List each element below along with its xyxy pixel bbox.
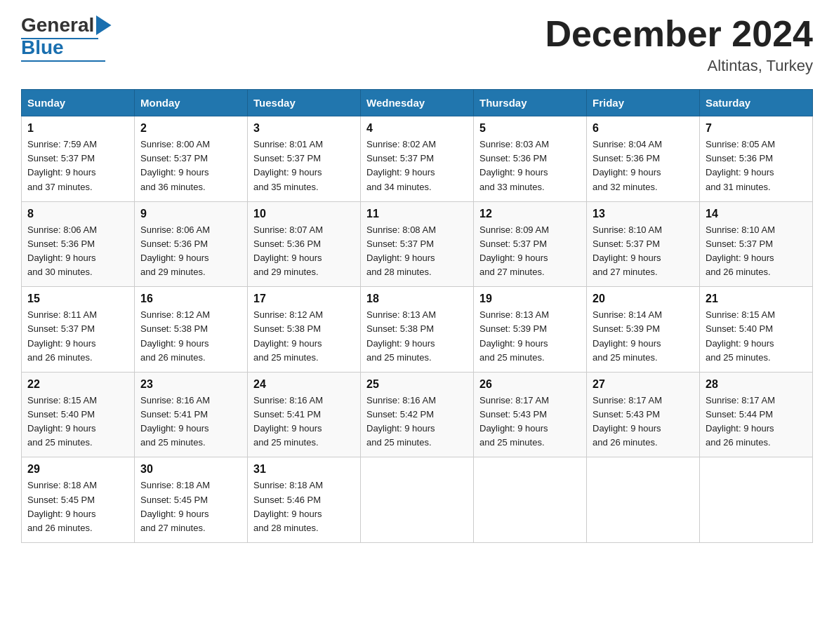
day-info: Sunrise: 8:10 AMSunset: 5:37 PMDaylight:… [593, 224, 662, 277]
day-number: 9 [140, 208, 241, 220]
header-sunday: Sunday [22, 90, 135, 116]
day-info: Sunrise: 8:01 AMSunset: 5:37 PMDaylight:… [253, 139, 323, 192]
svg-marker-0 [96, 15, 112, 35]
day-info: Sunrise: 8:16 AMSunset: 5:41 PMDaylight:… [140, 395, 210, 448]
day-info: Sunrise: 8:18 AMSunset: 5:46 PMDaylight:… [253, 480, 323, 532]
day-number: 10 [253, 208, 355, 220]
header-friday: Friday [587, 90, 700, 116]
day-number: 11 [366, 208, 468, 220]
header-thursday: Thursday [474, 90, 587, 116]
day-number: 30 [140, 463, 241, 476]
calendar-cell: 8 Sunrise: 8:06 AMSunset: 5:36 PMDayligh… [22, 201, 135, 287]
day-number: 17 [253, 293, 355, 305]
day-number: 25 [366, 378, 468, 391]
day-number: 3 [253, 122, 355, 135]
calendar-week-1: 1 Sunrise: 7:59 AMSunset: 5:37 PMDayligh… [22, 116, 813, 202]
calendar-cell: 22 Sunrise: 8:15 AMSunset: 5:40 PMDaylig… [22, 372, 135, 457]
day-number: 14 [706, 208, 807, 220]
logo-icon: General [21, 14, 117, 36]
calendar-cell [474, 457, 587, 543]
day-info: Sunrise: 8:13 AMSunset: 5:38 PMDaylight:… [366, 309, 436, 362]
day-number: 20 [593, 293, 694, 305]
day-info: Sunrise: 8:16 AMSunset: 5:41 PMDaylight:… [253, 395, 323, 448]
day-info: Sunrise: 8:10 AMSunset: 5:37 PMDaylight:… [706, 224, 775, 277]
day-info: Sunrise: 8:03 AMSunset: 5:36 PMDaylight:… [479, 139, 549, 192]
logo: General Blue [21, 14, 117, 62]
calendar-cell: 12 Sunrise: 8:09 AMSunset: 5:37 PMDaylig… [474, 201, 587, 287]
day-info: Sunrise: 8:15 AMSunset: 5:40 PMDaylight:… [27, 395, 97, 448]
day-info: Sunrise: 8:02 AMSunset: 5:37 PMDaylight:… [366, 139, 436, 192]
header-monday: Monday [135, 90, 248, 116]
day-info: Sunrise: 8:12 AMSunset: 5:38 PMDaylight:… [253, 309, 323, 362]
header-tuesday: Tuesday [248, 90, 361, 116]
day-info: Sunrise: 8:09 AMSunset: 5:37 PMDaylight:… [479, 224, 549, 277]
calendar-week-5: 29 Sunrise: 8:18 AMSunset: 5:45 PMDaylig… [22, 457, 813, 543]
calendar-cell: 1 Sunrise: 7:59 AMSunset: 5:37 PMDayligh… [22, 116, 135, 202]
calendar-cell: 19 Sunrise: 8:13 AMSunset: 5:39 PMDaylig… [474, 287, 587, 373]
day-number: 2 [140, 122, 241, 135]
calendar-cell [587, 457, 700, 543]
day-number: 16 [140, 293, 241, 305]
day-info: Sunrise: 8:18 AMSunset: 5:45 PMDaylight:… [27, 480, 97, 532]
title-block: December 2024 Altintas, Turkey [545, 14, 813, 75]
day-number: 4 [366, 122, 468, 135]
day-number: 6 [593, 122, 694, 135]
day-number: 22 [27, 378, 128, 391]
calendar-cell: 4 Sunrise: 8:02 AMSunset: 5:37 PMDayligh… [361, 116, 474, 202]
calendar-cell: 23 Sunrise: 8:16 AMSunset: 5:41 PMDaylig… [135, 372, 248, 457]
day-number: 15 [27, 293, 128, 305]
calendar-cell: 14 Sunrise: 8:10 AMSunset: 5:37 PMDaylig… [700, 201, 813, 287]
page-header: General Blue December 2024 Altintas, Tur… [21, 14, 813, 75]
day-number: 27 [593, 378, 694, 391]
day-number: 7 [706, 122, 807, 135]
calendar-cell: 27 Sunrise: 8:17 AMSunset: 5:43 PMDaylig… [587, 372, 700, 457]
day-info: Sunrise: 8:05 AMSunset: 5:36 PMDaylight:… [706, 139, 775, 192]
day-info: Sunrise: 8:14 AMSunset: 5:39 PMDaylight:… [593, 309, 662, 362]
calendar-cell: 17 Sunrise: 8:12 AMSunset: 5:38 PMDaylig… [248, 287, 361, 373]
day-number: 18 [366, 293, 468, 305]
calendar-cell: 28 Sunrise: 8:17 AMSunset: 5:44 PMDaylig… [700, 372, 813, 457]
calendar-cell: 18 Sunrise: 8:13 AMSunset: 5:38 PMDaylig… [361, 287, 474, 373]
day-number: 21 [706, 293, 807, 305]
calendar-cell: 10 Sunrise: 8:07 AMSunset: 5:36 PMDaylig… [248, 201, 361, 287]
calendar-cell: 25 Sunrise: 8:16 AMSunset: 5:42 PMDaylig… [361, 372, 474, 457]
calendar-week-3: 15 Sunrise: 8:11 AMSunset: 5:37 PMDaylig… [22, 287, 813, 373]
calendar-cell: 3 Sunrise: 8:01 AMSunset: 5:37 PMDayligh… [248, 116, 361, 202]
day-info: Sunrise: 8:13 AMSunset: 5:39 PMDaylight:… [479, 309, 549, 362]
calendar-cell: 11 Sunrise: 8:08 AMSunset: 5:37 PMDaylig… [361, 201, 474, 287]
calendar-cell: 9 Sunrise: 8:06 AMSunset: 5:36 PMDayligh… [135, 201, 248, 287]
day-number: 13 [593, 208, 694, 220]
day-number: 23 [140, 378, 241, 391]
calendar-week-4: 22 Sunrise: 8:15 AMSunset: 5:40 PMDaylig… [22, 372, 813, 457]
logo-divider [21, 60, 105, 62]
calendar-cell: 21 Sunrise: 8:15 AMSunset: 5:40 PMDaylig… [700, 287, 813, 373]
day-info: Sunrise: 8:11 AMSunset: 5:37 PMDaylight:… [27, 309, 97, 362]
header-saturday: Saturday [700, 90, 813, 116]
day-info: Sunrise: 7:59 AMSunset: 5:37 PMDaylight:… [27, 139, 97, 192]
day-number: 26 [479, 378, 581, 391]
calendar-table: Sunday Monday Tuesday Wednesday Thursday… [21, 89, 813, 543]
day-info: Sunrise: 8:00 AMSunset: 5:37 PMDaylight:… [140, 139, 210, 192]
calendar-cell [700, 457, 813, 543]
calendar-cell: 15 Sunrise: 8:11 AMSunset: 5:37 PMDaylig… [22, 287, 135, 373]
day-number: 12 [479, 208, 581, 220]
calendar-cell: 30 Sunrise: 8:18 AMSunset: 5:45 PMDaylig… [135, 457, 248, 543]
header-wednesday: Wednesday [361, 90, 474, 116]
day-number: 24 [253, 378, 355, 391]
day-info: Sunrise: 8:07 AMSunset: 5:36 PMDaylight:… [253, 224, 323, 277]
day-info: Sunrise: 8:17 AMSunset: 5:44 PMDaylight:… [706, 395, 775, 448]
calendar-cell: 20 Sunrise: 8:14 AMSunset: 5:39 PMDaylig… [587, 287, 700, 373]
day-number: 8 [27, 208, 128, 220]
calendar-cell: 31 Sunrise: 8:18 AMSunset: 5:46 PMDaylig… [248, 457, 361, 543]
day-info: Sunrise: 8:08 AMSunset: 5:37 PMDaylight:… [366, 224, 436, 277]
day-info: Sunrise: 8:16 AMSunset: 5:42 PMDaylight:… [366, 395, 436, 448]
header-row: Sunday Monday Tuesday Wednesday Thursday… [22, 90, 813, 116]
calendar-cell [361, 457, 474, 543]
calendar-cell: 5 Sunrise: 8:03 AMSunset: 5:36 PMDayligh… [474, 116, 587, 202]
day-info: Sunrise: 8:18 AMSunset: 5:45 PMDaylight:… [140, 480, 210, 532]
day-info: Sunrise: 8:04 AMSunset: 5:36 PMDaylight:… [593, 139, 662, 192]
location-text: Altintas, Turkey [545, 57, 813, 75]
logo-blue-text: Blue [21, 36, 64, 59]
calendar-cell: 29 Sunrise: 8:18 AMSunset: 5:45 PMDaylig… [22, 457, 135, 543]
calendar-week-2: 8 Sunrise: 8:06 AMSunset: 5:36 PMDayligh… [22, 201, 813, 287]
